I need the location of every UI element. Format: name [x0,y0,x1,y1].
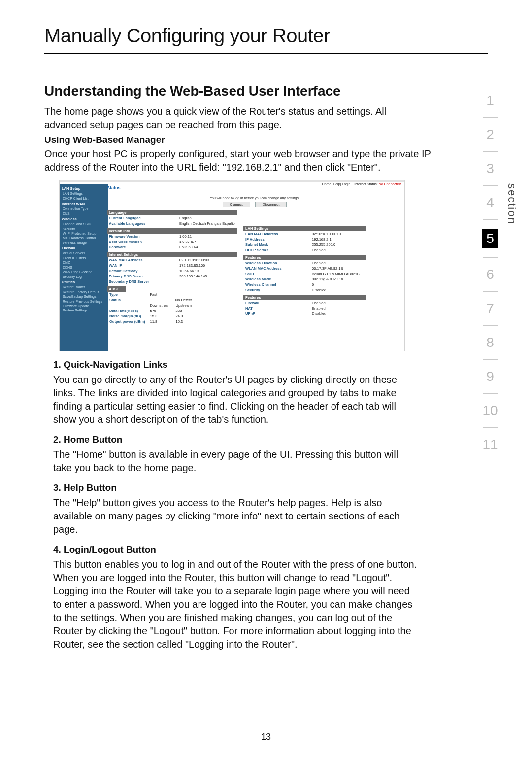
sidebar-item[interactable]: Security Log [62,275,106,279]
item3-heading: 3. Help Button [53,483,419,493]
version-table: Firmware Version1.00.11 Boot Code Versio… [107,234,237,250]
item1-heading: 1. Quick-Navigation Links [53,359,419,370]
language-table: Current LangugaeEnglish Available Langug… [107,215,237,226]
lower-content: 1. Quick-Navigation Links You can go dir… [44,359,419,651]
section-number[interactable]: 2 [478,127,502,142]
document-page: { "page_number": "13", "section_label": … [0,0,532,760]
features2-panel-heading: Features [243,295,366,300]
section-number[interactable]: 7 [478,301,502,316]
sidebar-item[interactable]: WAN Ping Blocking [62,270,106,274]
lan-table: LAN MAC Address02:10:18:01:00:01 IP Addr… [243,231,366,253]
sidebar-item[interactable]: LAN Settings [62,191,106,196]
section-number[interactable]: 6 [478,267,502,282]
sidebar-cat-wireless[interactable]: Wireless [62,217,106,222]
content: Understanding the Web-Based User Interfa… [44,83,419,145]
sidebar-item[interactable]: Restart Router [62,285,106,289]
section-number[interactable]: 8 [478,335,502,350]
features-table: Wireless FunctionEnabled WLAN MAC Addres… [243,260,366,293]
sidebar-item[interactable]: Firmware Update [62,304,106,308]
language-panel-heading: Language [107,210,237,215]
item3-paragraph: The "Help" button gives you access to th… [53,496,419,536]
page-number: 13 [0,732,532,742]
item4-paragraph: This button enables you to log in and ou… [53,558,419,651]
using-heading: Using Web-Based Manager [44,135,419,145]
item1-paragraph: You can go directly to any of the Router… [53,373,419,426]
features2-table: FirewallEnabled NATEnabled UPnPDisabled [243,300,366,316]
sidebar-item[interactable]: Client IP Filters [62,256,106,260]
sidebar-item[interactable]: System Settings [62,308,106,312]
sidebar-item[interactable]: Security [62,227,106,231]
sidebar-item[interactable]: Wi-Fi Protected Setup [62,231,106,236]
adsl-table: TypeFast StatusNo Defect DownstreamUpstr… [107,292,194,324]
intro-paragraph: The home page shows you a quick view of … [44,105,419,132]
sidebar-cat-wan[interactable]: Internet WAN [62,202,106,207]
version-panel-heading: Version Info [107,228,237,234]
section-number-active[interactable]: 5 [482,229,498,248]
section-number[interactable]: 9 [478,369,502,384]
section-number[interactable]: 1 [478,93,502,108]
adsl-heading: ADSL [107,286,126,292]
sidebar-cat-lan[interactable]: LAN Setup [62,186,106,191]
sidebar-cat-firewall[interactable]: Firewall [62,246,106,251]
status-page: Status You will need to log in before yo… [107,185,402,349]
item4-heading: 4. Login/Logout Button [53,544,419,555]
internet-panel-heading: Internet Settings [107,252,237,257]
sidebar-item[interactable]: Save/Backup Settings [62,294,106,299]
sidebar: LAN Setup LAN Settings DHCP Client List … [60,184,108,351]
section-number[interactable]: 11 [478,437,502,452]
page-title: Manually Configuring your Router [44,25,488,47]
sidebar-item[interactable]: Connection Type [62,207,106,211]
sidebar-cat-utilities[interactable]: Utilities [62,280,106,285]
sidebar-item[interactable]: Channel and SSID [62,222,106,226]
item2-heading: 2. Home Button [53,434,419,445]
features-panel-heading: Features [243,255,366,260]
section-number[interactable]: 3 [478,161,502,176]
sidebar-item[interactable]: Restore Previous Settings [62,299,106,304]
section-label: section [505,183,518,225]
sidebar-item[interactable]: Virtual Servers [62,251,106,255]
router-ui-screenshot: Home| Help| Login Internet Status: No Co… [59,180,405,351]
section-number[interactable]: 10 [478,403,502,418]
sidebar-item[interactable]: DNS [62,211,106,216]
title-rule [44,53,488,54]
sidebar-item[interactable]: DDNS [62,265,106,270]
section-heading: Understanding the Web-Based User Interfa… [44,83,419,99]
sidebar-item[interactable]: DMZ [62,260,106,265]
section-number[interactable]: 4 [478,195,502,210]
login-note: You will need to log in before you can c… [107,196,402,200]
status-heading: Status [107,185,402,190]
lan-panel-heading: LAN Settings [243,226,366,231]
connect-button[interactable]: Connect [223,202,250,207]
disconnect-button[interactable]: Disconnect [255,202,287,207]
sidebar-item[interactable]: MAC Address Control [62,236,106,240]
using-paragraph: Once your host PC is properly configured… [44,147,453,174]
sidebar-item[interactable]: DHCP Client List [62,196,106,201]
sidebar-item[interactable]: Restore Factory Default [62,290,106,294]
item2-paragraph: The "Home" button is available in every … [53,448,419,475]
section-nav: 1 2 3 4 5 6 7 8 9 10 11 [478,84,502,461]
internet-table: WAN MAC Address02:10:18:01:00:03 WAN IP1… [107,257,237,284]
sidebar-item[interactable]: Wireless Bridge [62,241,106,245]
